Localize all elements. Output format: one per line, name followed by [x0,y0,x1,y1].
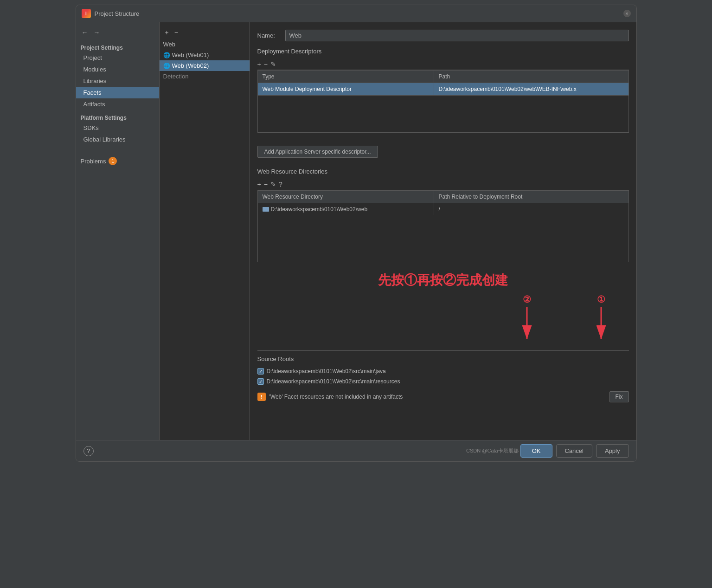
folder-icon [263,207,269,212]
help-button[interactable]: ? [83,446,94,456]
warning-text: 'Web' Facet resources are not included i… [269,394,403,400]
col-type-header: Type [258,71,434,83]
name-input[interactable] [285,30,629,41]
name-label: Name: [257,32,281,39]
checkbox-2-label: D:\ideaworkspacemb\0101\Web02\src\main\r… [267,378,400,385]
ok-button[interactable]: OK [520,444,552,458]
tree-web-parent: Web [160,39,250,50]
problems-label: Problems [81,158,106,165]
dd-add-button[interactable]: + [257,60,261,68]
web-res-toolbar: + − ✎ ? [257,179,629,190]
checkbox-1[interactable]: ✓ [257,368,264,375]
wr-add-button[interactable]: + [257,181,261,188]
warning-row: ! 'Web' Facet resources are not included… [257,388,629,405]
sidebar-item-modules[interactable]: Modules [76,64,159,75]
project-settings-header: Project Settings [76,42,159,52]
nav-back-row: ← → [76,26,159,39]
checkbox-2[interactable]: ✓ [257,378,264,385]
sidebar-item-global-libraries[interactable]: Global Libraries [76,134,159,145]
web-resource-table: Web Resource Directory Path Relative to … [257,190,629,262]
forward-button[interactable]: → [92,28,102,37]
sidebar-item-project[interactable]: Project [76,52,159,64]
wr-cell-dir: D:\ideaworkspacemb\0101\Web02\web [258,203,434,215]
web-resource-title: Web Resource Directories [257,168,629,175]
web02-icon: 🌐 [163,63,170,69]
problems-badge: 1 [109,157,117,165]
deployment-empty-area [258,95,629,132]
deployment-toolbar: + − ✎ [257,58,629,70]
sidebar-item-facets[interactable]: Facets [76,87,159,98]
wr-cell-path: / [434,203,629,215]
arrow-1-down [592,307,610,344]
table-cell-type: Web Module Deployment Descriptor [258,83,434,95]
web01-icon: 🌐 [163,52,170,58]
fix-button[interactable]: Fix [609,391,629,402]
source-roots-title: Source Roots [257,355,629,362]
dd-edit-button[interactable]: ✎ [270,60,276,68]
wr-col-dir-header: Web Resource Directory [258,191,434,203]
wr-help-button[interactable]: ? [279,181,282,188]
table-cell-path: D:\ideaworkspacemb\0101\Web02\web\WEB-IN… [434,83,629,95]
web-resource-row[interactable]: D:\ideaworkspacemb\0101\Web02\web / [258,203,629,215]
close-button[interactable]: × [623,10,631,17]
checkbox-1-label: D:\ideaworkspacemb\0101\Web02\src\main\j… [267,368,386,375]
deployment-table: Type Path Web Module Deployment Descript… [257,70,629,133]
dd-remove-button[interactable]: − [264,60,268,68]
wr-empty-area [258,215,629,262]
tree-web01[interactable]: 🌐 Web (Web01) [160,50,250,60]
app-icon: I [82,9,91,18]
deployment-descriptors-title: Deployment Descriptors [257,48,629,55]
checkbox-row-1[interactable]: ✓ D:\ideaworkspacemb\0101\Web02\src\main… [257,366,629,376]
annotation-text: 先按①再按②完成创建 [257,271,629,289]
add-descriptor-button[interactable]: Add Application Server specific descript… [257,146,378,158]
cancel-button[interactable]: Cancel [556,444,592,458]
detection-item: Detection [160,71,250,82]
remove-facet-button[interactable]: − [173,28,180,37]
wr-col-path-header: Path Relative to Deployment Root [434,191,629,203]
arrow-annotations: ② ① [257,294,629,344]
tree-web02[interactable]: 🌐 Web (Web02) [160,60,250,71]
bottom-buttons: OK Cancel Apply [520,444,629,458]
circle-1: ① [597,294,605,305]
name-field-row: Name: [257,30,629,41]
source-roots-section: Source Roots ✓ D:\ideaworkspacemb\0101\W… [257,350,629,405]
arrow-2-down [518,307,536,344]
middle-toolbar: + − [160,26,250,39]
back-button[interactable]: ← [80,28,90,37]
platform-settings-header: Platform Settings [76,110,159,122]
warning-icon: ! [257,393,266,401]
window-title: Project Structure [95,10,620,17]
wr-remove-button[interactable]: − [264,181,268,188]
web-resource-table-header: Web Resource Directory Path Relative to … [258,191,629,203]
wr-edit-button[interactable]: ✎ [270,181,276,188]
sidebar-item-artifacts[interactable]: Artifacts [76,98,159,110]
problems-section[interactable]: Problems 1 [76,155,159,168]
watermark: CSDN @Cata卡塔朋娜 [464,446,520,455]
add-facet-button[interactable]: + [163,28,171,37]
sidebar-item-libraries[interactable]: Libraries [76,75,159,87]
circle-2: ② [523,294,531,305]
checkbox-row-2[interactable]: ✓ D:\ideaworkspacemb\0101\Web02\src\main… [257,376,629,387]
deployment-table-header: Type Path [258,71,629,83]
col-path-header: Path [434,71,629,83]
sidebar-item-sdks[interactable]: SDKs [76,122,159,134]
table-row[interactable]: Web Module Deployment Descriptor D:\idea… [258,83,629,95]
apply-button[interactable]: Apply [596,444,629,458]
web-resource-section: Web Resource Directories + − ✎ ? Web Res… [257,168,629,262]
